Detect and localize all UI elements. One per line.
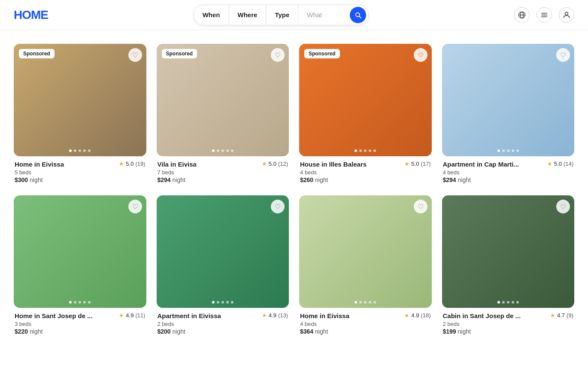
listing-card[interactable]: ♡ Apartment in Eivissa ★ 4.9 (13) 2 beds… <box>157 195 289 335</box>
carousel-dot <box>516 149 519 152</box>
header-right <box>514 7 574 23</box>
carousel-dot <box>88 149 91 152</box>
favorite-button[interactable]: ♡ <box>271 48 285 62</box>
carousel-dot <box>364 301 367 304</box>
sponsored-badge: Sponsored <box>19 49 55 58</box>
listing-photo <box>299 195 432 308</box>
where-tab[interactable]: Where <box>229 5 267 25</box>
card-title-row: Home in Eivissa ★ 5.0 (19) <box>15 161 145 168</box>
rating-value: 4.9 <box>126 312 133 319</box>
carousel-dots <box>69 149 91 152</box>
carousel-dots <box>355 149 376 152</box>
carousel-dot <box>507 149 509 152</box>
carousel-dot <box>217 149 219 152</box>
star-icon: ★ <box>404 161 409 167</box>
carousel-dot <box>355 301 357 304</box>
carousel-dot <box>231 301 233 304</box>
card-info: Vila in Eivisa ★ 5.0 (12) 7 beds $294 ni… <box>157 156 289 183</box>
listing-card[interactable]: ♡ Home in Eivissa ★ 4.9 (18) 4 beds $364… <box>299 195 432 335</box>
card-title-row: Apartment in Eivissa ★ 4.9 (13) <box>158 312 288 319</box>
listing-title: Home in Eivissa <box>15 161 115 168</box>
card-image: ♡ <box>442 195 575 308</box>
favorite-button[interactable]: ♡ <box>556 48 570 62</box>
card-title-row: Cabin in Sant Josep de ... ★ 4.7 (9) <box>443 312 574 319</box>
carousel-dot <box>88 301 91 304</box>
listing-title: Apartment in Eivissa <box>158 312 258 319</box>
listing-photo <box>442 195 575 308</box>
review-count: (13) <box>278 312 288 319</box>
favorite-button[interactable]: ♡ <box>128 48 142 62</box>
carousel-dot <box>83 149 86 152</box>
carousel-dot <box>359 301 362 304</box>
listing-card[interactable]: Sponsored ♡ Home in Eivissa ★ 5.0 (19) 5… <box>14 44 146 183</box>
listing-card[interactable]: ♡ Cabin in Sant Josep de ... ★ 4.7 (9) 2… <box>442 195 575 335</box>
card-image: Sponsored ♡ <box>14 44 146 156</box>
what-input[interactable]: What <box>298 5 350 25</box>
favorite-button[interactable]: ♡ <box>414 48 427 62</box>
carousel-dot <box>74 149 76 152</box>
svg-point-6 <box>565 12 568 15</box>
card-image: ♡ <box>299 195 432 308</box>
search-bar: When Where Type What <box>194 5 369 25</box>
review-count: (17) <box>421 161 430 167</box>
favorite-button[interactable]: ♡ <box>556 200 570 213</box>
review-count: (18) <box>421 312 430 319</box>
listing-card[interactable]: ♡ Home in Sant Josep de ... ★ 4.9 (11) 3… <box>14 195 146 335</box>
listing-rating: ★ 4.9 (18) <box>404 312 430 319</box>
carousel-dot <box>516 301 519 304</box>
listing-price: $260 night <box>300 176 431 183</box>
menu-button[interactable] <box>536 7 552 23</box>
globe-button[interactable] <box>514 7 530 23</box>
carousel-dot <box>69 149 72 152</box>
price-value: $220 <box>15 328 28 335</box>
card-info: Home in Sant Josep de ... ★ 4.9 (11) 3 b… <box>14 308 146 335</box>
star-icon: ★ <box>262 312 267 319</box>
user-button[interactable] <box>559 7 574 23</box>
card-info: Cabin in Sant Josep de ... ★ 4.7 (9) 2 b… <box>442 308 575 335</box>
listing-rating: ★ 4.7 (9) <box>550 312 573 319</box>
carousel-dot <box>502 149 505 152</box>
logo[interactable]: HOME <box>14 8 48 22</box>
carousel-dot <box>512 149 514 152</box>
listing-title: House in Illes Balears <box>300 161 401 168</box>
card-image: Sponsored ♡ <box>299 44 432 156</box>
carousel-dot <box>364 149 367 152</box>
card-title-row: House in Illes Balears ★ 5.0 (17) <box>300 161 431 168</box>
price-per: night <box>173 328 185 335</box>
carousel-dots <box>212 301 233 304</box>
carousel-dot <box>221 149 224 152</box>
listing-photo <box>14 44 146 156</box>
listing-card[interactable]: ♡ Apartment in Cap Marti... ★ 5.0 (14) 4… <box>442 44 575 183</box>
carousel-dot <box>369 149 371 152</box>
price-per: night <box>458 328 471 335</box>
type-tab[interactable]: Type <box>266 5 298 25</box>
carousel-dot <box>217 301 219 304</box>
star-icon: ★ <box>262 161 267 167</box>
listing-price: $220 night <box>15 328 145 335</box>
rating-value: 5.0 <box>126 161 133 167</box>
listing-card[interactable]: Sponsored ♡ House in Illes Balears ★ 5.0… <box>299 44 432 183</box>
favorite-button[interactable]: ♡ <box>271 200 285 213</box>
rating-value: 5.0 <box>269 161 276 167</box>
card-info: House in Illes Balears ★ 5.0 (17) 4 beds… <box>299 156 432 183</box>
listing-price: $294 night <box>443 176 574 183</box>
listing-beds: 2 beds <box>158 321 288 327</box>
listing-beds: 2 beds <box>443 321 574 327</box>
header: HOME When Where Type What <box>0 0 588 30</box>
favorite-button[interactable]: ♡ <box>414 200 427 213</box>
price-value: $200 <box>158 328 171 335</box>
search-button[interactable] <box>350 7 366 23</box>
price-value: $300 <box>15 176 28 183</box>
carousel-dots <box>497 149 519 152</box>
carousel-dot <box>497 301 500 304</box>
rating-value: 4.9 <box>411 312 419 319</box>
carousel-dot <box>373 149 376 152</box>
carousel-dot <box>355 149 357 152</box>
listing-card[interactable]: Sponsored ♡ Vila in Eivisa ★ 5.0 (12) 7 … <box>157 44 289 183</box>
star-icon: ★ <box>119 161 124 167</box>
listing-title: Home in Sant Josep de ... <box>15 312 115 319</box>
when-tab[interactable]: When <box>194 5 229 25</box>
sponsored-badge: Sponsored <box>304 49 340 58</box>
carousel-dot <box>507 301 509 304</box>
favorite-button[interactable]: ♡ <box>128 200 142 213</box>
